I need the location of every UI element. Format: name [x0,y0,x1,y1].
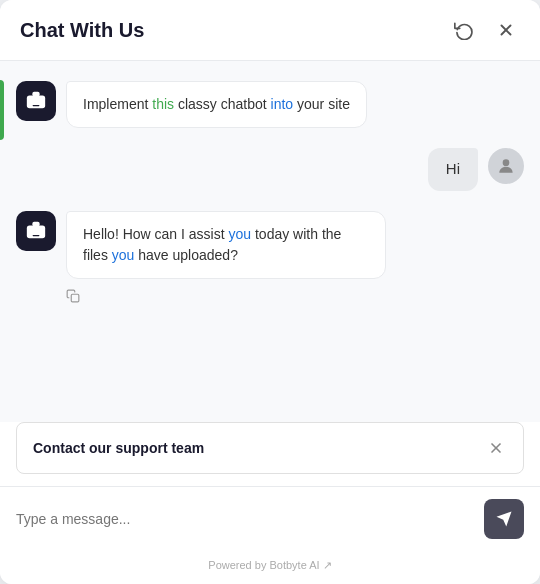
refresh-icon[interactable] [450,16,478,44]
messages-area: Implement this classy chatbot into your … [0,61,540,422]
support-banner-text: Contact our support team [33,440,204,456]
msg-text: Implement [83,96,152,112]
user-avatar [488,148,524,184]
svg-point-11 [37,230,40,233]
msg-text3: your site [293,96,350,112]
header-actions [450,16,520,44]
svg-rect-8 [27,225,45,238]
msg-text2: classy chatbot [174,96,271,112]
message-row: Implement this classy chatbot into your … [16,81,524,128]
user-message-row: Hi [16,148,524,191]
chat-header: Chat With Us [0,0,540,61]
bot-avatar-2 [16,211,56,251]
bot-message-content: Implement this classy chatbot into your … [66,81,367,128]
user-bubble: Hi [428,148,478,191]
close-icon[interactable] [492,16,520,44]
input-area [0,486,540,551]
svg-rect-9 [32,221,39,226]
bot-avatar [16,81,56,121]
svg-point-5 [37,101,40,104]
msg2-blue2: you [112,247,135,263]
svg-rect-3 [32,92,39,97]
support-banner: Contact our support team [16,422,524,474]
send-button[interactable] [484,499,524,539]
msg2-text3: have uploaded? [134,247,238,263]
copy-icon[interactable] [66,289,386,303]
msg-green: this [152,96,174,112]
header-title: Chat With Us [20,19,144,42]
banner-close-button[interactable] [485,437,507,459]
left-accent [0,80,4,140]
msg2-text: Hello! How can I assist [83,226,229,242]
bot-bubble-2: Hello! How can I assist you today with t… [66,211,386,279]
message-row-2: Hello! How can I assist you today with t… [16,211,524,303]
bot-bubble: Implement this classy chatbot into your … [66,81,367,128]
msg2-blue: you [229,226,252,242]
footer-text: Powered by Botbyte AI ↗ [208,559,331,571]
svg-point-10 [32,230,35,233]
bot-message-content-2: Hello! How can I assist you today with t… [66,211,386,303]
svg-rect-2 [27,96,45,109]
msg-blue: into [271,96,294,112]
footer: Powered by Botbyte AI ↗ [0,551,540,584]
message-input[interactable] [16,507,474,531]
svg-point-7 [503,159,510,166]
svg-rect-13 [71,294,79,302]
svg-point-4 [32,101,35,104]
chat-window: Chat With Us [0,0,540,584]
